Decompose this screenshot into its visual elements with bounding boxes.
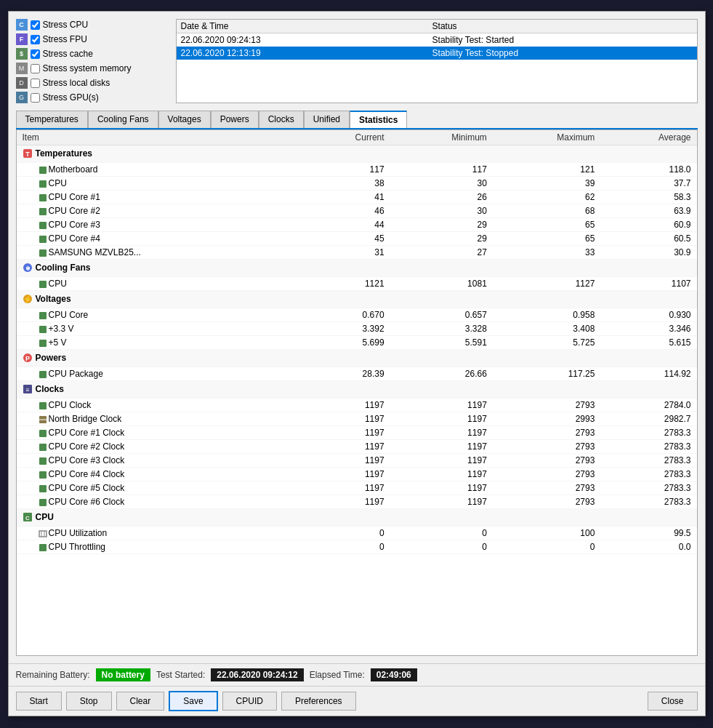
stats-row[interactable]: CPU Core #141266258.3 — [17, 191, 697, 204]
stats-row[interactable]: CPU Core #6 Clock1197119727932783.3 — [17, 495, 697, 509]
stats-row[interactable]: CPU Core #3 Clock1197119727932783.3 — [17, 454, 697, 468]
tab-temperatures[interactable]: Temperatures — [16, 111, 88, 128]
stress-memory-checkbox[interactable] — [31, 64, 40, 73]
preferences-button[interactable]: Preferences — [281, 692, 356, 711]
stats-average: 3.346 — [600, 322, 696, 336]
svg-text:≡: ≡ — [25, 387, 29, 393]
save-button[interactable]: Save — [169, 691, 217, 711]
stats-minimum: 5.591 — [390, 336, 493, 350]
stats-row[interactable]: CPU Core #344296560.9 — [17, 218, 697, 232]
svg-rect-30 — [39, 499, 47, 506]
stats-average: 37.7 — [600, 177, 696, 191]
cpuid-button[interactable]: CPUID — [222, 692, 277, 711]
log-row-2[interactable]: 22.06.2020 12:13:19 Stability Test: Stop… — [177, 47, 697, 60]
clear-button[interactable]: Clear — [116, 692, 165, 711]
stats-row[interactable]: CPU Core #4 Clock1197119727932783.3 — [17, 468, 697, 481]
stop-button[interactable]: Stop — [66, 692, 112, 711]
stats-average: 60.5 — [600, 232, 696, 246]
log-status-1: Stability Test: Started — [428, 33, 697, 47]
stats-row[interactable]: CPU Throttling0000.0 — [17, 540, 697, 554]
stats-current: 1197 — [301, 454, 390, 468]
stats-row[interactable]: CPU Core #1 Clock1197119727932783.3 — [17, 426, 697, 440]
tab-voltages[interactable]: Voltages — [158, 111, 211, 128]
stats-maximum: 2793 — [493, 495, 601, 509]
stress-cache-label: Stress cache — [43, 49, 93, 59]
stats-current: 41 — [301, 191, 390, 204]
stats-maximum: 117.25 — [493, 367, 601, 381]
stats-average: 60.9 — [600, 218, 696, 232]
stats-maximum: 39 — [493, 177, 601, 191]
stats-minimum: 117 — [390, 163, 493, 177]
svg-rect-28 — [39, 471, 47, 479]
stats-maximum: 2793 — [493, 399, 601, 412]
section-clocks: ≡Clocks — [17, 381, 697, 399]
section-cooling-fans: ❄Cooling Fans — [17, 260, 697, 277]
stress-fpu-checkbox[interactable] — [31, 35, 40, 44]
stats-current: 31 — [301, 246, 390, 260]
stats-row[interactable]: CPU38303937.7 — [17, 177, 697, 191]
stats-row[interactable]: CPU Core #5 Clock1197119727932783.3 — [17, 481, 697, 495]
stats-item-name: CPU Core #4 — [17, 232, 302, 246]
stats-item-name: CPU — [17, 277, 302, 291]
stats-average: 30.9 — [600, 246, 696, 260]
stats-row[interactable]: CPU Package28.3926.66117.25114.92 — [17, 367, 697, 381]
close-button[interactable]: Close — [648, 692, 698, 711]
stats-maximum: 121 — [493, 163, 601, 177]
stats-minimum: 1081 — [390, 277, 493, 291]
stress-fpu-label: Stress FPU — [43, 34, 87, 44]
stats-row[interactable]: Motherboard117117121118.0 — [17, 163, 697, 177]
cache-stress-icon: $ — [16, 48, 28, 60]
stats-minimum: 1197 — [390, 426, 493, 440]
tabs: Temperatures Cooling Fans Voltages Power… — [16, 111, 698, 129]
stats-row[interactable]: +3.3 V3.3923.3283.4083.346 — [17, 322, 697, 336]
stats-row[interactable]: CPU Core #246306863.9 — [17, 204, 697, 218]
stats-row[interactable]: CPU Core #2 Clock1197119727932783.3 — [17, 440, 697, 454]
stats-row[interactable]: CPU Core #445296560.5 — [17, 232, 697, 246]
stress-disks-checkbox[interactable] — [31, 79, 40, 88]
stats-average: 2783.3 — [600, 481, 696, 495]
stats-minimum: 1197 — [390, 399, 493, 412]
tab-statistics[interactable]: Statistics — [350, 111, 407, 128]
stats-average: 2783.3 — [600, 495, 696, 509]
test-started-label: Test Started: — [156, 670, 205, 680]
stats-col-item: Item — [17, 130, 302, 145]
tab-clocks[interactable]: Clocks — [259, 111, 304, 128]
tab-powers[interactable]: Powers — [211, 111, 259, 128]
log-status-2: Stability Test: Stopped — [428, 47, 697, 60]
stats-row[interactable]: CPU Core0.6700.6570.9580.930 — [17, 308, 697, 322]
stress-gpu-label: Stress GPU(s) — [43, 92, 99, 103]
stats-row[interactable]: CPU Clock1197119727932784.0 — [17, 399, 697, 412]
svg-rect-27 — [39, 457, 47, 465]
stress-memory-label: Stress system memory — [43, 63, 132, 73]
stats-maximum: 5.725 — [493, 336, 601, 350]
stats-maximum: 3.408 — [493, 322, 601, 336]
stats-row[interactable]: CPU Utilization0010099.5 — [17, 527, 697, 540]
stats-item-name: CPU Core #6 Clock — [17, 495, 302, 509]
stats-item-name: CPU Utilization — [17, 527, 302, 540]
stats-average: 2783.3 — [600, 426, 696, 440]
tab-unified[interactable]: Unified — [304, 111, 350, 128]
stats-item-name: CPU Core #1 Clock — [17, 426, 302, 440]
stats-current: 38 — [301, 177, 390, 191]
stress-gpu-item: G Stress GPU(s) — [16, 92, 169, 103]
stress-options: C Stress CPU F Stress FPU $ Stress cache… — [16, 19, 169, 103]
section-header-temperatures: TTemperatures — [17, 145, 697, 163]
stats-current: 28.39 — [301, 367, 390, 381]
stats-item-name: CPU Package — [17, 367, 302, 381]
stats-row[interactable]: +5 V5.6995.5915.7255.615 — [17, 336, 697, 350]
elapsed-time-label: Elapsed Time: — [310, 670, 365, 680]
stats-row[interactable]: SAMSUNG MZVLB25...31273330.9 — [17, 246, 697, 260]
stress-gpu-checkbox[interactable] — [31, 93, 40, 103]
stats-maximum: 100 — [493, 527, 601, 540]
log-row-1[interactable]: 22.06.2020 09:24:13 Stability Test: Star… — [177, 33, 697, 47]
stats-row[interactable]: North Bridge Clock1197119729932982.7 — [17, 412, 697, 426]
stress-cache-checkbox[interactable] — [31, 49, 40, 59]
stress-cpu-checkbox[interactable] — [31, 20, 40, 30]
svg-rect-2 — [39, 167, 47, 174]
stats-current: 45 — [301, 232, 390, 246]
stats-average: 2784.0 — [600, 399, 696, 412]
tab-cooling-fans[interactable]: Cooling Fans — [88, 111, 158, 128]
start-button[interactable]: Start — [16, 692, 62, 711]
stats-row[interactable]: CPU1121108111271107 — [17, 277, 697, 291]
section-header-powers: PPowers — [17, 350, 697, 367]
